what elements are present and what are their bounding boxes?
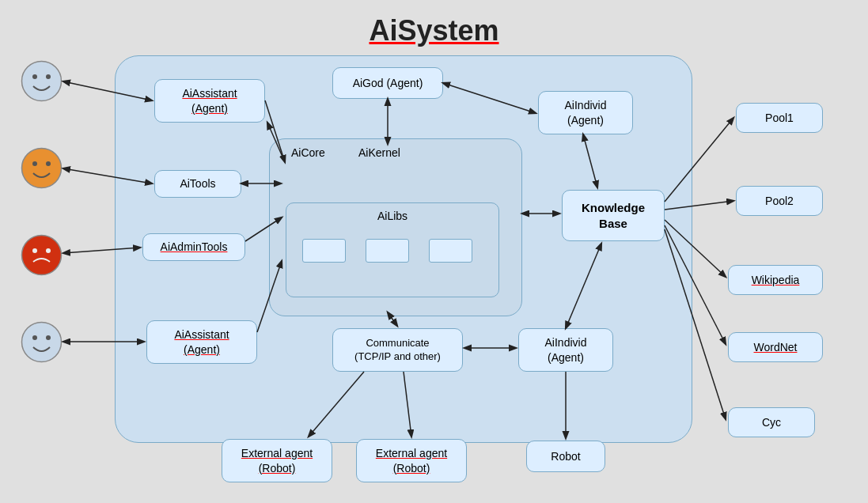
wordnet-node: WordNet [728, 332, 823, 362]
svg-point-2 [46, 74, 51, 79]
lib-sub-2 [366, 239, 409, 263]
ailibs-box: AiLibs [286, 202, 499, 297]
svg-point-3 [22, 149, 62, 188]
ai-kernel-label: AiKernel [358, 146, 400, 159]
wikipedia-node: Wikipedia [728, 265, 823, 295]
smiley-bottom [20, 320, 63, 364]
svg-point-1 [32, 74, 37, 79]
svg-point-8 [46, 248, 51, 253]
svg-point-11 [46, 335, 51, 340]
svg-point-0 [22, 62, 62, 101]
svg-point-9 [22, 323, 62, 362]
pool2-node: Pool2 [736, 186, 823, 216]
knowledge-base-node: KnowledgeBase [562, 190, 665, 241]
smiley-top [20, 59, 63, 103]
svg-point-10 [32, 335, 37, 340]
svg-point-6 [22, 236, 62, 275]
external-agent-2-node: External agent(Robot) [356, 439, 467, 482]
robot-node: Robot [526, 441, 605, 472]
svg-point-4 [32, 161, 37, 166]
smiley-orange [20, 146, 63, 190]
ai-tools-node: AiTools [154, 170, 241, 198]
pool1-node: Pool1 [736, 103, 823, 133]
ai-god-node: AiGod (Agent) [332, 67, 443, 99]
ai-admin-tools-node: AiAdminTools [142, 233, 245, 261]
external-agent-1-node: External agent(Robot) [222, 439, 332, 482]
aicore-inner-box: AiLibs [269, 138, 522, 316]
communicate-node: Communicate(TCP/IP and other) [332, 328, 463, 372]
lib-sub-3 [429, 239, 472, 263]
lib-sub-1 [302, 239, 346, 263]
ailibs-label: AiLibs [377, 210, 407, 222]
svg-point-7 [32, 248, 37, 253]
ai-individ-bottom-node: AiIndivid(Agent) [518, 328, 613, 372]
smiley-red [20, 233, 63, 277]
ai-assistant-top-node: AiAssistant(Agent) [154, 79, 265, 123]
ai-individ-top-node: AiIndivid(Agent) [538, 91, 633, 134]
diagram-container: AiSystem AiLibs [0, 0, 868, 503]
ai-core-label: AiCore [291, 146, 325, 159]
cyc-node: Cyc [728, 407, 815, 437]
main-title: AiSystem [369, 14, 498, 47]
ai-assistant-bottom-node: AiAssistant(Agent) [146, 320, 257, 364]
svg-point-5 [46, 161, 51, 166]
